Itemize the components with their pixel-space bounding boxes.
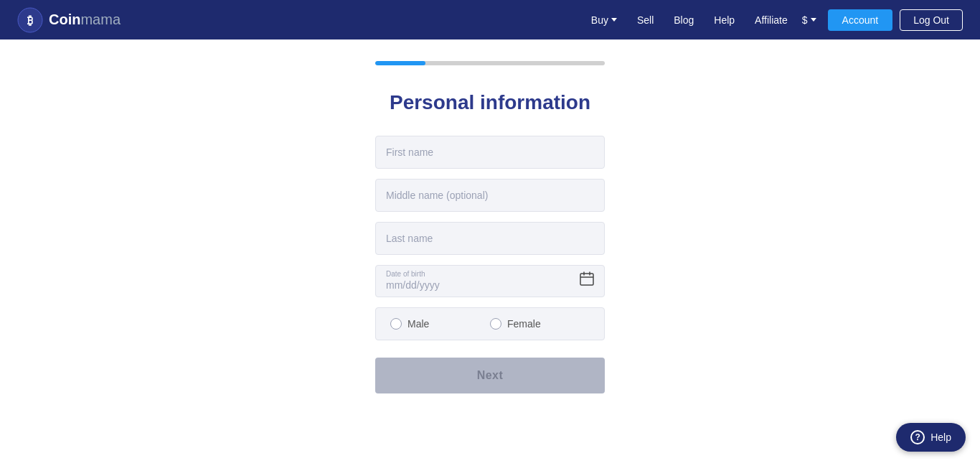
dob-input[interactable]: Date of birth mm/dd/yyyy xyxy=(375,265,605,297)
nav-blog[interactable]: Blog xyxy=(674,14,694,26)
progress-bar-container xyxy=(375,61,605,65)
navbar: ₿ Coinmama Buy Sell Blog Help Affiliate … xyxy=(0,0,980,39)
logo[interactable]: ₿ Coinmama xyxy=(17,7,121,33)
nav-affiliate[interactable]: Affiliate xyxy=(755,14,788,26)
currency-arrow xyxy=(811,18,816,22)
help-button[interactable]: ? Help xyxy=(896,423,966,452)
calendar-icon xyxy=(580,271,594,289)
help-icon: ? xyxy=(910,430,925,444)
first-name-input[interactable] xyxy=(375,136,605,169)
account-button[interactable]: Account xyxy=(828,9,893,31)
gender-female-option[interactable]: Female xyxy=(490,318,590,330)
svg-text:₿: ₿ xyxy=(27,14,33,27)
personal-info-form: Date of birth mm/dd/yyyy Male Female xyxy=(375,136,605,393)
dob-label: Date of birth xyxy=(386,270,440,278)
last-name-input[interactable] xyxy=(375,222,605,255)
svg-rect-2 xyxy=(580,274,593,285)
progress-fill xyxy=(375,61,425,65)
nav-sell[interactable]: Sell xyxy=(637,14,654,26)
buy-dropdown-arrow xyxy=(611,18,617,22)
gender-male-label: Male xyxy=(407,318,429,330)
gender-selector: Male Female xyxy=(375,307,605,340)
female-radio[interactable] xyxy=(490,318,501,330)
middle-name-input[interactable] xyxy=(375,179,605,212)
logo-text: Coinmama xyxy=(49,11,121,28)
logout-button[interactable]: Log Out xyxy=(900,9,963,31)
dob-content: Date of birth mm/dd/yyyy xyxy=(386,270,440,291)
gender-male-option[interactable]: Male xyxy=(390,318,490,330)
male-radio[interactable] xyxy=(390,318,402,330)
dob-value: mm/dd/yyyy xyxy=(386,279,440,291)
main-nav: Buy Sell Blog Help Affiliate xyxy=(591,14,788,26)
next-button[interactable]: Next xyxy=(375,358,605,393)
gender-female-label: Female xyxy=(507,318,541,330)
main-content: Personal information Date of birth mm/dd… xyxy=(0,39,980,466)
nav-help[interactable]: Help xyxy=(714,14,735,26)
page-title: Personal information xyxy=(390,91,590,114)
logo-icon: ₿ xyxy=(17,7,43,33)
help-label: Help xyxy=(930,432,951,443)
currency-selector[interactable]: $ xyxy=(802,14,816,26)
nav-buy[interactable]: Buy xyxy=(591,14,617,26)
